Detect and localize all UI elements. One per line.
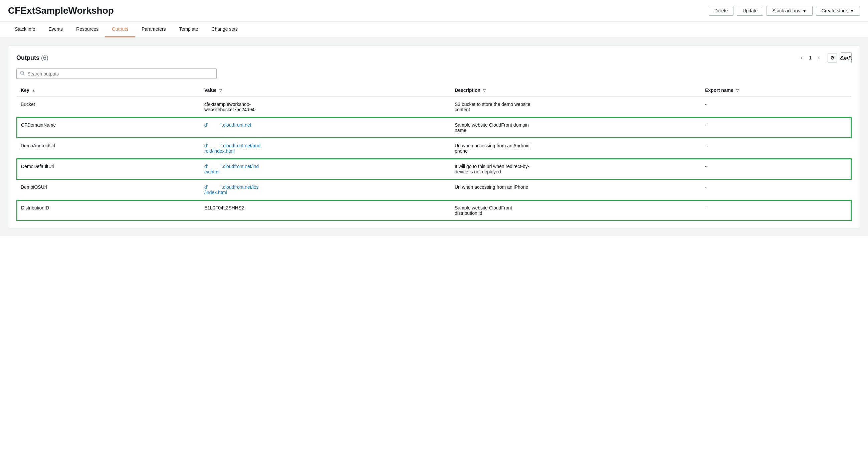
tab-parameters[interactable]: Parameters xyxy=(135,22,172,37)
table-row: DemoAndroidUrld' '.cloudfront.net/androi… xyxy=(17,138,851,159)
header-actions: Delete Update Stack actions ▼ Create sta… xyxy=(709,6,860,16)
main-content: Outputs (6) ‹ 1 › ⚙ &#↺; xyxy=(0,37,868,236)
header: CFExtSampleWorkshop Delete Update Stack … xyxy=(0,0,868,22)
table-row: DemoiOSUrld' '.cloudfront.net/ios/index.… xyxy=(17,179,851,200)
tab-change-sets[interactable]: Change sets xyxy=(205,22,244,37)
th-value[interactable]: Value ▽ xyxy=(200,84,451,96)
cell-value[interactable]: d' '.cloudfront.net/android/index.html xyxy=(200,138,451,159)
cell-key: Bucket xyxy=(17,96,200,117)
tab-resources[interactable]: Resources xyxy=(69,22,105,37)
panel-header: Outputs (6) ‹ 1 › ⚙ &#↺; xyxy=(17,53,851,63)
chevron-down-icon-2: ▼ xyxy=(850,8,854,13)
cell-description: S3 bucket to store the demo websiteconte… xyxy=(451,96,701,117)
cell-key: CFDomainName xyxy=(17,117,200,138)
table-header: Key ▲ Value ▽ Descriptio xyxy=(17,84,851,96)
search-input[interactable] xyxy=(27,71,213,77)
pagination: ‹ 1 › xyxy=(797,53,824,62)
stack-actions-label: Stack actions xyxy=(772,8,800,13)
search-icon xyxy=(20,71,25,77)
update-button[interactable]: Update xyxy=(737,6,763,16)
next-page-button[interactable]: › xyxy=(814,53,824,62)
cell-export-name: - xyxy=(701,179,851,200)
cell-value: cfextsampleworkshop-websitebucket75c24d9… xyxy=(200,96,451,117)
page-title: CFExtSampleWorkshop xyxy=(8,5,114,16)
table-row: DistributionIDE1L0F04L2SHHS2Sample websi… xyxy=(17,200,851,221)
svg-line-1 xyxy=(23,74,25,76)
tab-events[interactable]: Events xyxy=(42,22,69,37)
th-export-name[interactable]: Export name ▽ xyxy=(701,84,851,96)
table-body: Bucketcfextsampleworkshop-websitebucket7… xyxy=(17,96,851,221)
cell-description: It will go to this url when redirect-by-… xyxy=(451,159,701,179)
outputs-table: Key ▲ Value ▽ Descriptio xyxy=(17,84,851,221)
tab-stack-info[interactable]: Stack info xyxy=(8,22,42,37)
cell-export-name: - xyxy=(701,117,851,138)
tab-outputs[interactable]: Outputs xyxy=(105,22,135,37)
cell-key: DemoiOSUrl xyxy=(17,179,200,200)
cell-key: DistributionID xyxy=(17,200,200,221)
cell-value[interactable]: d' '.cloudfront.net xyxy=(200,117,451,138)
sort-key-icon: ▲ xyxy=(32,89,35,92)
stack-actions-button[interactable]: Stack actions ▼ xyxy=(767,6,812,16)
cell-description: Url when accessing from an Androidphone xyxy=(451,138,701,159)
th-description[interactable]: Description ▽ xyxy=(451,84,701,96)
cell-value: E1L0F04L2SHHS2 xyxy=(200,200,451,221)
panel-title: Outputs (6) xyxy=(17,55,49,61)
page-number: 1 xyxy=(809,55,812,60)
cell-export-name: - xyxy=(701,200,851,221)
cell-export-name: - xyxy=(701,138,851,159)
table-row: Bucketcfextsampleworkshop-websitebucket7… xyxy=(17,96,851,117)
sort-export-icon: ▽ xyxy=(736,89,739,92)
sort-value-icon: ▽ xyxy=(219,89,222,92)
cell-key: DemoAndroidUrl xyxy=(17,138,200,159)
app-container: CFExtSampleWorkshop Delete Update Stack … xyxy=(0,0,868,451)
cell-description: Url when accessing from an iPhone xyxy=(451,179,701,200)
cell-value[interactable]: d' '.cloudfront.net/ios/index.html xyxy=(200,179,451,200)
search-bar xyxy=(17,68,217,79)
cell-value[interactable]: d' '.cloudfront.net/index.html xyxy=(200,159,451,179)
th-key[interactable]: Key ▲ xyxy=(17,84,200,96)
panel-title-area: Outputs (6) xyxy=(17,55,49,61)
sort-description-icon: ▽ xyxy=(483,89,486,92)
table-settings-button[interactable]: ⚙ xyxy=(828,53,837,62)
tabs-bar: Stack info Events Resources Outputs Para… xyxy=(0,22,868,37)
cell-description: Sample website CloudFront domainname xyxy=(451,117,701,138)
outputs-count: (6) xyxy=(41,55,49,61)
outputs-panel: Outputs (6) ‹ 1 › ⚙ &#↺; xyxy=(8,46,860,228)
cell-key: DemoDefaultUrl xyxy=(17,159,200,179)
create-stack-button[interactable]: Create stack ▼ xyxy=(816,6,860,16)
panel-header-right: ‹ 1 › ⚙ &#↺; xyxy=(797,53,851,63)
table-row: DemoDefaultUrld' '.cloudfront.net/index.… xyxy=(17,159,851,179)
table-row: CFDomainNamed' '.cloudfront.netSample we… xyxy=(17,117,851,138)
tab-template[interactable]: Template xyxy=(173,22,205,37)
chevron-down-icon: ▼ xyxy=(802,8,807,13)
prev-page-button[interactable]: ‹ xyxy=(797,53,806,62)
refresh-button[interactable]: &#↺; xyxy=(841,53,851,63)
cell-export-name: - xyxy=(701,159,851,179)
create-stack-label: Create stack xyxy=(822,8,848,13)
cell-description: Sample website CloudFrontdistribution id xyxy=(451,200,701,221)
delete-button[interactable]: Delete xyxy=(709,6,734,16)
cell-export-name: - xyxy=(701,96,851,117)
